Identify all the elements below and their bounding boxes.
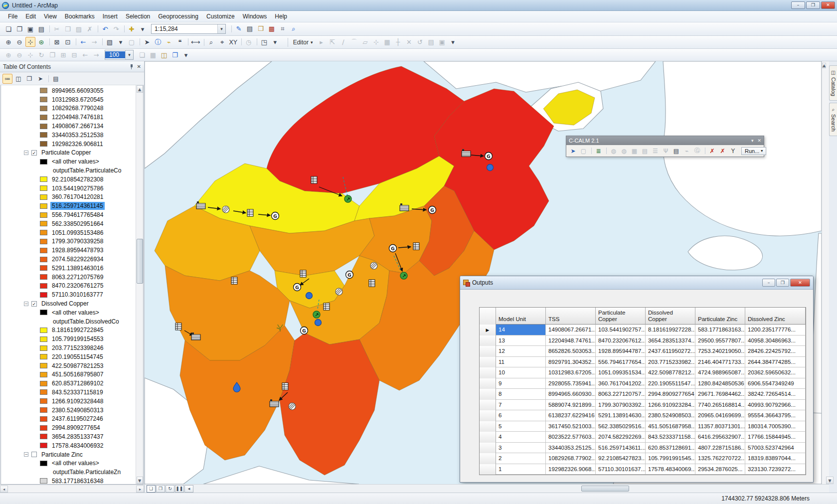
tab-search[interactable]: ⌕ Search bbox=[829, 103, 837, 136]
tools-overflow-icon[interactable]: ▾ bbox=[270, 37, 280, 47]
list-by-visibility-icon[interactable]: ❐ bbox=[24, 74, 34, 84]
back-extent-icon[interactable]: ← bbox=[78, 37, 88, 47]
cell-model-unit[interactable]: 5 bbox=[496, 421, 546, 432]
expander-icon[interactable]: − bbox=[24, 151, 28, 155]
table-row[interactable]: 8 8994965.660930... 8063.227120757... 29… bbox=[480, 389, 806, 400]
menu-item[interactable]: Windows bbox=[239, 11, 271, 21]
ccalm-rake-icon[interactable]: ☰ bbox=[651, 146, 660, 156]
layout-zoom-out-icon[interactable]: ⊖ bbox=[14, 50, 24, 60]
select-features-icon[interactable]: ▧ bbox=[105, 37, 115, 47]
menu-item[interactable]: Selection bbox=[122, 11, 154, 21]
cell-particulate-copper[interactable]: 360.7617041202... bbox=[596, 378, 646, 389]
table-row[interactable]: 4 8023522.577603... 2074.582292269... 84… bbox=[480, 432, 806, 443]
ccalm-attach-icon[interactable]: ⌁ bbox=[682, 146, 691, 156]
toc-row[interactable]: outputTable.ParticulateZn bbox=[1, 468, 136, 477]
layout-zoom-in-icon[interactable]: ⊕ bbox=[3, 50, 13, 60]
fixed-zoom-in-icon[interactable]: ⊠ bbox=[52, 37, 62, 47]
toc-row[interactable]: 422.509877821253 bbox=[1, 361, 136, 370]
zoom-whole-page-icon[interactable]: ⊞ bbox=[58, 50, 68, 60]
zoom-percent-combo[interactable]: 100 ▾ bbox=[105, 50, 134, 60]
edit-tool-icon[interactable]: ✎ bbox=[234, 24, 244, 34]
layout-back-icon[interactable]: ← bbox=[80, 50, 90, 60]
layout-view-button[interactable]: ❐ bbox=[156, 485, 165, 493]
toc-row[interactable]: 2437.61195027246 bbox=[1, 414, 136, 423]
layer-checkbox[interactable]: ✓ bbox=[31, 301, 37, 307]
select-features-dropdown-icon[interactable]: ▾ bbox=[116, 37, 126, 47]
cell-dissolved-zinc[interactable]: 323130.7239272... bbox=[745, 464, 806, 475]
toc-row[interactable]: 1266.91092328448 bbox=[1, 397, 136, 406]
map-horizontal-scroll-thumb[interactable] bbox=[581, 486, 629, 492]
toc-row[interactable]: 620.853712869102 bbox=[1, 379, 136, 388]
toc-row[interactable]: 103.544190275786 bbox=[1, 184, 136, 193]
ccalm-select-tool-icon[interactable]: ➤ bbox=[568, 146, 578, 156]
toc-row[interactable]: outputTable.DissolvedCo bbox=[1, 317, 136, 326]
add-data-icon[interactable]: ✚ bbox=[127, 24, 137, 34]
ccalm-clear-tool-icon[interactable]: ▢ bbox=[579, 146, 588, 156]
toc-row[interactable]: 105.799199154553 bbox=[1, 335, 136, 343]
editor-attributes-icon[interactable]: ▤ bbox=[426, 37, 436, 47]
refresh-view-button[interactable]: ↻ bbox=[166, 485, 174, 493]
scale-dropdown-icon[interactable]: ▾ bbox=[217, 24, 225, 33]
cell-particulate-zinc[interactable]: 29671.76984462... bbox=[695, 389, 745, 400]
toc-row[interactable]: − ✓ Particulate Zinc bbox=[1, 450, 136, 459]
toc-options-icon[interactable]: ▤ bbox=[51, 74, 61, 84]
table-row[interactable]: 10 10312983.67205... 1051.099351534... 4… bbox=[480, 367, 806, 378]
column-header[interactable]: Particulate Copper bbox=[596, 308, 646, 325]
toc-row[interactable]: 1051.09935153486 bbox=[1, 228, 136, 237]
editor-snap-icon[interactable]: ▦ bbox=[382, 37, 392, 47]
cell-dissolved-zinc[interactable]: 95554.36643795... bbox=[745, 410, 806, 421]
scroll-left-arrow[interactable]: ◂ bbox=[184, 485, 193, 493]
data-driven-pages-icon[interactable]: ❐ bbox=[170, 50, 180, 60]
cell-particulate-copper[interactable]: 516.2597143611... bbox=[596, 443, 646, 454]
focus-dataframe-icon[interactable]: ▦ bbox=[148, 50, 158, 60]
toc-row[interactable]: 562.338502951664 bbox=[1, 219, 136, 228]
cell-particulate-copper[interactable]: 1928.895944787... bbox=[596, 346, 646, 357]
cell-model-unit[interactable]: 14 bbox=[496, 325, 546, 336]
cell-dissolved-zinc[interactable]: 40958.30486963... bbox=[745, 336, 806, 346]
pan-tool-icon[interactable]: ⊹ bbox=[25, 37, 35, 47]
column-header[interactable]: Model Unit bbox=[496, 308, 546, 325]
cell-model-unit[interactable]: 6 bbox=[496, 410, 546, 421]
toc-row[interactable]: 17578.4834006932 bbox=[1, 441, 136, 450]
cell-particulate-zinc[interactable]: 29534.2876025... bbox=[695, 464, 745, 475]
editor-rotate-icon[interactable]: ↺ bbox=[415, 37, 425, 47]
ccalm-grid-icon[interactable]: ▦ bbox=[630, 146, 639, 156]
toc-row[interactable]: 2994.8909277654 bbox=[1, 423, 136, 432]
cell-tss[interactable]: 33440353.25125... bbox=[546, 443, 596, 454]
cell-particulate-copper[interactable]: 2074.582292269... bbox=[596, 432, 646, 443]
measure-icon[interactable]: ⟷ bbox=[190, 37, 201, 47]
cell-dissolved-copper[interactable]: 1266.910923284... bbox=[646, 400, 695, 411]
toc-row[interactable]: − ✓ Dissolved Copper bbox=[1, 299, 136, 308]
cell-particulate-zinc[interactable]: 2146.404771733... bbox=[695, 357, 745, 368]
toc-row[interactable]: 583.177186316348 bbox=[1, 477, 136, 485]
find-icon[interactable]: ⌕ bbox=[206, 37, 216, 47]
cell-model-unit[interactable]: 4 bbox=[496, 432, 546, 443]
cell-particulate-zinc[interactable]: 583.1771863163... bbox=[695, 325, 745, 336]
editor-delete-icon[interactable]: ✕ bbox=[404, 37, 414, 47]
layout-overflow-icon[interactable]: ▾ bbox=[181, 50, 191, 60]
outputs-minimize-button[interactable]: – bbox=[762, 279, 775, 287]
cell-particulate-zinc[interactable]: 7253.240219050... bbox=[695, 346, 745, 357]
toc-row[interactable]: 516.259714361145 bbox=[1, 201, 136, 210]
cell-particulate-zinc[interactable]: 7740.265168814... bbox=[695, 400, 745, 411]
copy-icon[interactable]: ❒ bbox=[63, 24, 73, 34]
toc-row[interactable]: 360.761704120281 bbox=[1, 193, 136, 202]
table-row[interactable]: 7 5889074.921899... 1799.307903392... 12… bbox=[480, 400, 806, 411]
toc-row[interactable]: 192982326.906811 bbox=[1, 140, 136, 149]
toc-horizontal-scrollbar[interactable]: ◂▸ bbox=[0, 485, 144, 493]
layout-fixed-zoom-icon[interactable]: ❐ bbox=[47, 50, 57, 60]
cell-model-unit[interactable]: 2 bbox=[496, 453, 546, 464]
full-extent-icon[interactable]: ⊛ bbox=[36, 37, 46, 47]
cell-dissolved-zinc[interactable]: 20362.59650632... bbox=[745, 367, 806, 378]
cell-particulate-copper[interactable]: 1799.307903392... bbox=[596, 400, 646, 411]
expander-icon[interactable]: − bbox=[24, 302, 28, 306]
editor-arc-icon[interactable]: ⌒ bbox=[349, 37, 359, 47]
search-window-icon[interactable]: ⌕ bbox=[289, 24, 299, 34]
cell-tss[interactable]: 10312983.67205... bbox=[546, 367, 596, 378]
cell-tss[interactable]: 8023522.577603... bbox=[546, 432, 596, 443]
toc-row[interactable]: 8.18161992722845 bbox=[1, 326, 136, 335]
toc-row[interactable]: 556.794617765484 bbox=[1, 210, 136, 219]
cell-model-unit[interactable]: 8 bbox=[496, 389, 546, 400]
table-row[interactable]: 6 6138237.6229416 5291.138914630... 2380… bbox=[480, 410, 806, 421]
outputs-maximize-button[interactable]: ❐ bbox=[776, 279, 789, 287]
